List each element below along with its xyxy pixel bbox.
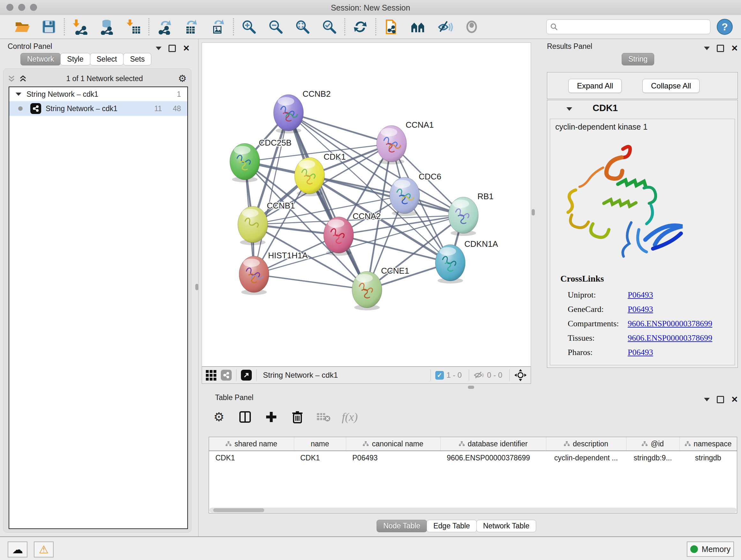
- control-panel-title: Control Panel: [8, 42, 52, 51]
- network-overview-icon[interactable]: [221, 370, 232, 381]
- panel-menu-icon[interactable]: [704, 398, 710, 401]
- open-session-icon[interactable]: [14, 19, 30, 35]
- crosslinks-heading: CrossLinks: [560, 273, 604, 284]
- panel-menu-icon[interactable]: [156, 47, 161, 50]
- show-hide-graphics-icon[interactable]: [437, 19, 453, 35]
- export-network-icon[interactable]: [156, 19, 172, 35]
- edge-CCNB2-CCNA1[interactable]: [288, 113, 392, 144]
- column-header-description[interactable]: description: [546, 437, 626, 451]
- column-header-canonical-name[interactable]: canonical name: [346, 437, 441, 451]
- crosslink-link[interactable]: P06493: [628, 348, 653, 357]
- tab-select[interactable]: Select: [90, 53, 124, 65]
- help-icon[interactable]: ?: [717, 19, 733, 35]
- expand-all-networks-icon[interactable]: [8, 75, 15, 82]
- splitter-handle[interactable]: [195, 284, 199, 290]
- cloud-status-button[interactable]: ☁: [8, 542, 27, 557]
- column-header-name[interactable]: name: [294, 437, 346, 451]
- eye-icon[interactable]: [464, 19, 480, 35]
- network-row[interactable]: String Network – cdk1 11 48: [9, 101, 187, 116]
- function-builder-icon[interactable]: f(x): [341, 409, 358, 425]
- delete-column-icon[interactable]: [289, 409, 306, 425]
- panel-close-icon[interactable]: ✕: [731, 44, 738, 52]
- collapse-all-button[interactable]: Collapse All: [643, 79, 699, 93]
- collapse-all-networks-icon[interactable]: [19, 75, 26, 82]
- export-image-icon[interactable]: [210, 19, 226, 35]
- node-CCNE1[interactable]: CCNE1: [352, 266, 409, 310]
- warnings-button[interactable]: ⚠: [34, 542, 54, 557]
- panel-close-icon[interactable]: ✕: [731, 395, 738, 403]
- selected-checkbox-icon[interactable]: ✓: [435, 371, 444, 380]
- node-RB1[interactable]: RB1: [448, 192, 494, 236]
- table-row[interactable]: CDK1CDK1P064939606.ENSP00000378699cyclin…: [209, 451, 737, 464]
- open-file-network-icon[interactable]: [383, 19, 399, 35]
- panel-float-icon[interactable]: [717, 45, 724, 52]
- toolbar-separator: [64, 18, 65, 36]
- tab-string[interactable]: String: [622, 53, 654, 65]
- import-network-icon[interactable]: [72, 19, 88, 35]
- delete-table-icon[interactable]: [315, 409, 332, 425]
- node-CDC6[interactable]: CDC6: [390, 172, 441, 216]
- collection-expand-icon[interactable]: [16, 92, 21, 96]
- import-database-icon[interactable]: [98, 19, 115, 35]
- network-name: String Network – cdk1: [46, 105, 118, 113]
- zoom-out-icon[interactable]: [268, 19, 284, 35]
- edge-HIST1H1A-CCNE1[interactable]: [254, 274, 367, 290]
- show-columns-icon[interactable]: [237, 409, 253, 425]
- tab-edge-table[interactable]: Edge Table: [427, 520, 477, 532]
- node-HIST1H1A[interactable]: HIST1H1A: [239, 251, 308, 295]
- memory-button[interactable]: Memory: [687, 542, 734, 557]
- save-session-icon[interactable]: [41, 19, 57, 35]
- crosslink-link[interactable]: 9606.ENSP00000378699: [628, 333, 712, 343]
- table-h-scrollbar[interactable]: [209, 508, 737, 513]
- status-bar: ☁ ⚠ Memory: [0, 537, 741, 560]
- column-header-shared-name[interactable]: shared name: [209, 437, 294, 451]
- panel-menu-icon[interactable]: [704, 47, 710, 50]
- hidden-eye-icon[interactable]: [474, 371, 484, 379]
- edge-CCNB2-CCNE1[interactable]: [288, 113, 367, 290]
- create-column-icon[interactable]: [263, 409, 280, 425]
- panel-float-icon[interactable]: [169, 45, 176, 52]
- column-header-namespace[interactable]: namespace: [679, 437, 737, 451]
- panel-float-icon[interactable]: [717, 396, 724, 403]
- network-collection-row[interactable]: String Network – cdk1 1: [9, 87, 187, 101]
- edge-RB1-HIST1H1A[interactable]: [254, 215, 463, 274]
- network-canvas[interactable]: CCNB2CCNA1CDC25BCDK1CDC6RB1CCNB1CCNA2CDK…: [202, 43, 531, 367]
- crosslink-link[interactable]: 9606.ENSP00000378699: [628, 319, 712, 328]
- network-options-gear-icon[interactable]: ⚙: [178, 74, 187, 83]
- panel-close-icon[interactable]: ✕: [183, 44, 190, 52]
- table-options-gear-icon[interactable]: ⚙: [211, 409, 227, 425]
- zoom-selected-icon[interactable]: [321, 19, 337, 35]
- export-table-icon[interactable]: [183, 19, 199, 35]
- node-label-CDC25B: CDC25B: [259, 138, 292, 147]
- open-external-icon[interactable]: [241, 370, 252, 381]
- zoom-fit-icon[interactable]: [294, 19, 311, 35]
- tab-sets[interactable]: Sets: [123, 53, 151, 65]
- tab-node-table[interactable]: Node Table: [377, 520, 427, 532]
- crosslink-link[interactable]: P06493: [628, 290, 653, 300]
- node-CCNB2[interactable]: CCNB2: [273, 89, 331, 133]
- crosslink-link[interactable]: P06493: [628, 305, 653, 314]
- scrollbar-thumb[interactable]: [213, 508, 264, 512]
- cloud-icon: ☁: [12, 544, 23, 555]
- node-CDKN1A[interactable]: CDKN1A: [435, 239, 498, 284]
- import-table-icon[interactable]: [125, 19, 141, 35]
- node-CDC25B[interactable]: CDC25B: [230, 138, 292, 182]
- search-field[interactable]: [546, 19, 711, 34]
- network-svg: CCNB2CCNA1CDC25BCDK1CDC6RB1CCNB1CCNA2CDK…: [202, 43, 531, 366]
- search-network-icon[interactable]: [410, 19, 426, 35]
- expand-all-button[interactable]: Expand All: [568, 79, 622, 93]
- birds-eye-view-icon[interactable]: [206, 370, 216, 381]
- column-header-database-identifier[interactable]: database identifier: [441, 437, 546, 451]
- zoom-in-icon[interactable]: [241, 19, 257, 35]
- edge-CCNB2-HIST1H1A[interactable]: [254, 113, 288, 274]
- refresh-icon[interactable]: [352, 19, 368, 35]
- splitter-handle[interactable]: [468, 386, 474, 389]
- fit-selected-crosshair-icon[interactable]: [514, 369, 527, 381]
- search-input[interactable]: [558, 22, 707, 31]
- column-header--id[interactable]: @id: [626, 437, 679, 451]
- protein-section-collapse-icon[interactable]: [566, 107, 572, 111]
- tab-style[interactable]: Style: [60, 53, 90, 65]
- splitter-handle[interactable]: [532, 209, 535, 215]
- tab-network[interactable]: Network: [20, 53, 61, 65]
- tab-network-table[interactable]: Network Table: [476, 520, 536, 532]
